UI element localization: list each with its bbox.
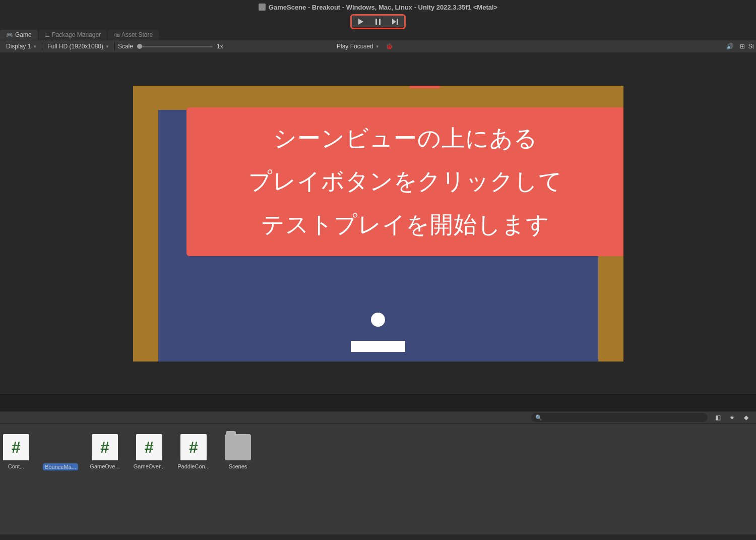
divider [42,42,42,50]
asset-item[interactable]: # GameOve... [89,434,121,469]
script-icon: # [92,434,118,460]
svg-marker-3 [392,19,396,25]
project-toolbar: 🔍 ◧ ★ ◆ [0,411,756,424]
slider-handle[interactable] [137,44,142,49]
stats-label[interactable]: St [748,43,754,50]
tab-game[interactable]: 🎮 Game [0,30,38,40]
play-focused-dropdown[interactable]: Play Focused ▼ [333,42,384,51]
wall-left [133,86,158,362]
asset-item[interactable]: BounceMa... [44,434,77,470]
grid-icon[interactable]: ⊞ [736,41,748,51]
script-icon: # [3,434,29,460]
scale-slider[interactable] [137,46,213,47]
project-assets: # Cont... BounceMa... # GameOve... # Gam… [0,424,756,534]
store-icon: 🛍 [114,32,119,38]
game-view: シーンビューの上にある プレイボタンをクリックして テストプレイを開始します [0,52,756,394]
search-input[interactable] [544,414,704,421]
chevron-down-icon: ▼ [105,44,109,49]
asset-item-folder[interactable]: Scenes [222,434,254,469]
play-controls-annotation [350,14,406,29]
svg-marker-0 [358,19,363,25]
mute-icon[interactable]: 🔊 [724,41,736,51]
favorite-icon[interactable]: ★ [726,412,738,423]
game-paddle [351,341,405,352]
hidden-icon[interactable]: ◧ [712,412,724,423]
game-ball [371,313,385,327]
asset-label: Cont... [8,463,24,469]
bug-icon[interactable]: 🐞 [384,41,396,51]
wall-top [133,86,623,110]
script-icon: # [136,434,162,460]
annotation-callout: シーンビューの上にある プレイボタンをクリックして テストプレイを開始します [186,107,623,256]
tab-row: 🎮 Game ☰ Package Manager 🛍 Asset Store [0,29,756,40]
step-button[interactable] [387,16,404,27]
panel-divider[interactable] [0,394,756,411]
svg-rect-2 [379,19,381,25]
asset-label: Scenes [229,463,247,469]
project-toolbar-icons: ◧ ★ ◆ [712,412,752,423]
script-icon: # [180,434,207,460]
callout-line1: シーンビューの上にある [273,117,537,160]
tab-package-manager[interactable]: ☰ Package Manager [39,30,107,40]
callout-line2: プレイボタンをクリックして [248,160,562,203]
asset-label: GameOver... [134,463,165,469]
package-icon: ☰ [45,32,50,38]
play-controls-row [0,14,756,29]
window-title: GameScene - Breakout - Windows, Mac, Lin… [269,4,497,11]
asset-label: GameOve... [90,463,119,469]
display-dropdown[interactable]: Display 1 ▼ [2,42,41,51]
tab-label: Package Manager [52,31,101,38]
play-button[interactable] [352,16,369,27]
game-tab-icon: 🎮 [6,32,13,38]
chevron-down-icon: ▼ [33,44,37,49]
svg-rect-4 [397,19,398,25]
chevron-down-icon: ▼ [375,44,380,49]
title-bar: GameScene - Breakout - Windows, Mac, Lin… [0,0,756,14]
game-toolbar: Display 1 ▼ Full HD (1920x1080) ▼ Scale … [0,40,756,52]
callout-arrow [409,86,440,88]
asset-item[interactable]: # GameOver... [133,434,165,469]
filter-icon[interactable]: ◆ [740,412,752,423]
divider [114,42,115,50]
project-search[interactable]: 🔍 [531,413,708,422]
asset-label: PaddleCon... [177,463,210,469]
asset-item[interactable]: # Cont... [0,434,32,469]
tab-label: Game [15,31,32,38]
tab-asset-store[interactable]: 🛍 Asset Store [108,30,159,40]
search-icon: 🔍 [535,414,542,421]
pause-button[interactable] [369,16,387,27]
tab-label: Asset Store [121,31,153,38]
folder-icon [225,434,251,460]
callout-line3: テストプレイを開始します [261,203,550,246]
asset-item[interactable]: # PaddleCon... [177,434,210,469]
scale-value: 1x [217,43,223,50]
svg-rect-1 [375,19,377,25]
scale-label: Scale [118,43,133,50]
unity-logo-icon [259,4,266,11]
resolution-dropdown[interactable]: Full HD (1920x1080) ▼ [43,42,113,51]
game-canvas: シーンビューの上にある プレイボタンをクリックして テストプレイを開始します [133,86,623,362]
asset-label: BounceMa... [43,463,78,470]
